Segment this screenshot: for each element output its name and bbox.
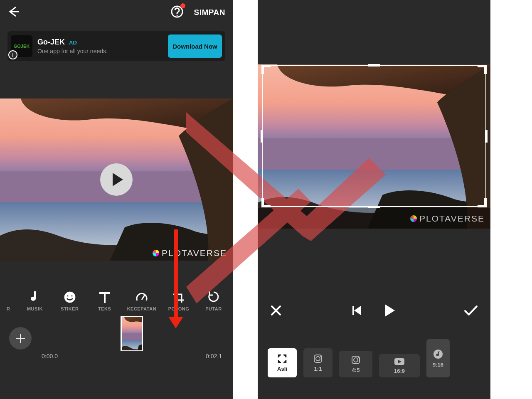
tool-music[interactable]: MUSIK bbox=[22, 291, 47, 311]
crop-frame[interactable] bbox=[262, 65, 486, 207]
video-watermark: PLOTAVERSE bbox=[410, 214, 485, 224]
notification-dot-icon bbox=[180, 3, 185, 8]
ratio-9-16[interactable]: 9:16 bbox=[426, 339, 450, 377]
speedometer-icon bbox=[135, 291, 148, 303]
tool-sticker[interactable]: STIKER bbox=[57, 291, 82, 311]
ad-info-icon[interactable]: i bbox=[8, 50, 17, 59]
clip-thumbnail[interactable] bbox=[121, 317, 142, 350]
crop-handle-right[interactable] bbox=[485, 130, 488, 143]
ad-subtitle: One app for all your needs. bbox=[37, 48, 168, 54]
aspect-ratio-picker: Asli 1:1 4:5 16:9 9:16 bbox=[258, 339, 490, 377]
ad-title: Go-JEK bbox=[37, 38, 65, 47]
prev-frame-button[interactable] bbox=[350, 304, 362, 318]
crop-handle-bottom[interactable] bbox=[368, 206, 380, 208]
ratio-1-1[interactable]: 1:1 bbox=[303, 348, 332, 377]
help-button[interactable] bbox=[170, 5, 184, 20]
instagram-icon bbox=[351, 355, 360, 365]
rotate-icon bbox=[208, 291, 219, 303]
crop-handle-left[interactable] bbox=[261, 130, 263, 143]
top-bar: SIMPAN bbox=[0, 0, 233, 25]
play-icon bbox=[113, 173, 123, 186]
annotation-arrow bbox=[174, 229, 183, 328]
svg-point-9 bbox=[316, 357, 320, 361]
time-end: 0:02.1 bbox=[206, 353, 222, 360]
fullscreen-icon bbox=[278, 354, 287, 363]
youtube-icon bbox=[394, 358, 405, 365]
time-start: 0:00.0 bbox=[42, 353, 58, 360]
ad-logo: GOJEK i bbox=[11, 35, 32, 57]
musically-icon bbox=[433, 349, 443, 359]
ad-cta-button[interactable]: Download Now bbox=[168, 34, 222, 58]
ratio-4-5[interactable]: 4:5 bbox=[339, 351, 372, 377]
confirm-button[interactable] bbox=[464, 305, 478, 318]
ad-banner[interactable]: GOJEK i Go-JEK AD One app for all your n… bbox=[7, 31, 225, 61]
svg-point-13 bbox=[358, 357, 359, 357]
smiley-icon bbox=[64, 291, 76, 303]
tool-filter-partial[interactable]: R bbox=[7, 291, 12, 311]
close-icon bbox=[270, 305, 282, 316]
cancel-button[interactable] bbox=[270, 305, 282, 318]
crop-screen: PLOTAVERSE bbox=[258, 0, 490, 399]
play-button[interactable] bbox=[100, 163, 133, 196]
svg-point-6 bbox=[67, 295, 69, 297]
svg-point-12 bbox=[354, 358, 358, 362]
play-button[interactable] bbox=[383, 303, 396, 319]
skip-previous-icon bbox=[350, 304, 362, 317]
svg-point-4 bbox=[176, 15, 177, 16]
back-button[interactable] bbox=[7, 5, 20, 20]
svg-point-10 bbox=[320, 355, 321, 356]
video-preview[interactable]: PLOTAVERSE bbox=[0, 99, 233, 261]
ratio-original[interactable]: Asli bbox=[268, 348, 297, 377]
editor-screen: SIMPAN GOJEK i Go-JEK AD One app for all… bbox=[0, 0, 233, 399]
ratio-16-9[interactable]: 16:9 bbox=[379, 354, 420, 377]
text-icon bbox=[99, 291, 110, 303]
crop-controls bbox=[258, 303, 490, 319]
tool-speed[interactable]: KECEPATAN bbox=[127, 291, 157, 311]
playhead[interactable] bbox=[121, 317, 122, 350]
add-clip-button[interactable] bbox=[9, 327, 32, 350]
svg-point-7 bbox=[71, 295, 73, 297]
tool-row: R MUSIK STIKER TEKS KECEPATAN POTONG bbox=[0, 291, 233, 311]
timeline[interactable]: 0:00.0 0:02.1 bbox=[0, 311, 233, 360]
check-icon bbox=[464, 305, 478, 316]
crop-handle-top[interactable] bbox=[368, 64, 380, 66]
instagram-icon bbox=[313, 354, 323, 363]
tool-rotate[interactable]: PUTAR bbox=[201, 291, 226, 311]
play-icon bbox=[383, 303, 396, 318]
video-watermark: PLOTAVERSE bbox=[153, 248, 227, 258]
tool-text[interactable]: TEKS bbox=[92, 291, 117, 311]
svg-point-5 bbox=[64, 292, 75, 303]
ad-pill: AD bbox=[69, 39, 77, 46]
crop-preview[interactable]: PLOTAVERSE bbox=[258, 64, 490, 229]
save-button[interactable]: SIMPAN bbox=[194, 8, 225, 17]
music-note-icon bbox=[30, 291, 40, 303]
